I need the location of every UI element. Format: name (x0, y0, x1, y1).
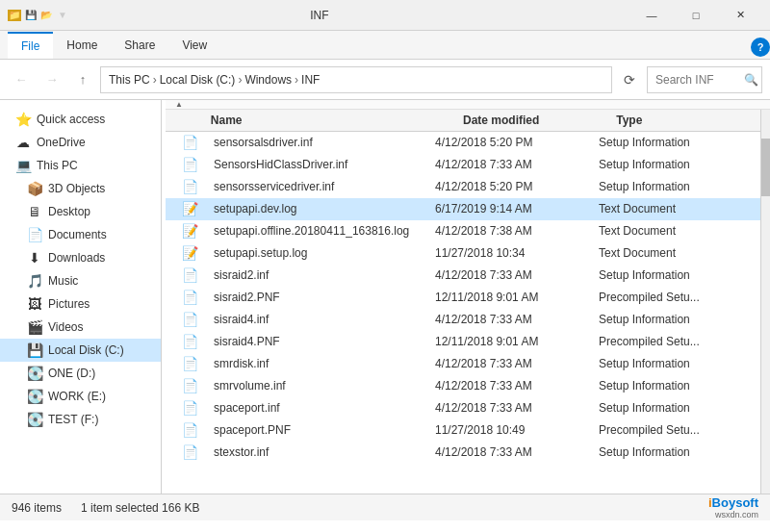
sidebar-label-desktop: Desktop (48, 205, 90, 218)
sidebar-item-one-d[interactable]: 💽 ONE (D:) (0, 362, 161, 385)
back-button[interactable]: ← (8, 66, 35, 93)
item-count: 946 items (12, 501, 62, 515)
file-name: setupapi.setup.log (214, 246, 435, 260)
minimize-button[interactable]: — (629, 0, 674, 31)
file-type: Setup Information (599, 401, 753, 415)
documents-icon: 📄 (27, 227, 42, 242)
pictures-icon: 🖼 (27, 296, 42, 312)
file-row[interactable]: 📝setupapi.setup.log11/27/2018 10:34Text … (166, 242, 760, 265)
right-scrollbar[interactable] (760, 110, 770, 494)
file-icon: 📄 (166, 135, 214, 150)
file-type: Setup Information (599, 357, 753, 370)
file-row[interactable]: 📄smrvolume.inf4/12/2018 7:33 AMSetup Inf… (166, 375, 760, 397)
title-bar: 📁 💾 📂 ▼ INF — □ ✕ (0, 0, 770, 31)
sidebar-item-pictures[interactable]: 🖼 Pictures (0, 292, 161, 316)
file-row[interactable]: 📄spaceport.PNF11/27/2018 10:49Precompile… (166, 419, 760, 442)
help-button[interactable]: ? (751, 38, 770, 57)
forward-button[interactable]: → (38, 66, 65, 93)
sidebar-item-downloads[interactable]: ⬇ Downloads (0, 246, 161, 269)
file-row[interactable]: 📄sisraid2.PNF12/11/2018 9:01 AMPrecompil… (166, 287, 760, 309)
file-date: 12/11/2018 9:01 AM (435, 335, 599, 348)
file-date: 12/11/2018 9:01 AM (435, 291, 599, 304)
this-pc-icon: 💻 (15, 158, 31, 173)
sidebar-item-music[interactable]: 🎵 Music (0, 269, 161, 292)
file-row[interactable]: 📄stexstor.inf4/12/2018 7:33 AMSetup Info… (166, 442, 760, 464)
music-icon: 🎵 (27, 273, 42, 289)
file-name: smrvolume.inf (214, 379, 435, 393)
file-name: sisraid4.PNF (214, 335, 435, 348)
sidebar-item-test-f[interactable]: 💽 TEST (F:) (0, 408, 161, 431)
address-path[interactable]: This PC › Local Disk (C:) › Windows › IN… (100, 66, 612, 93)
file-date: 4/12/2018 7:33 AM (435, 401, 599, 415)
sidebar-item-local-disk-c[interactable]: 💾 Local Disk (C:) (0, 339, 161, 362)
file-name: sisraid2.PNF (214, 291, 435, 304)
tab-home[interactable]: Home (53, 31, 111, 59)
scroll-thumb[interactable] (761, 139, 770, 196)
tab-share[interactable]: Share (111, 31, 168, 59)
sidebar-item-work-e[interactable]: 💽 WORK (E:) (0, 385, 161, 408)
desktop-icon: 🖥 (27, 204, 42, 219)
maximize-button[interactable]: □ (674, 0, 718, 31)
one-d-icon: 💽 (27, 366, 42, 381)
file-name: sisraid2.inf (214, 268, 435, 282)
file-type: Setup Information (599, 136, 753, 149)
file-row[interactable]: 📄SensorsHidClassDriver.inf4/12/2018 7:33… (166, 154, 760, 176)
file-type: Setup Information (599, 313, 753, 326)
file-icon: 📄 (166, 356, 214, 371)
tab-file[interactable]: File (8, 32, 53, 59)
file-row[interactable]: 📄smrdisk.inf4/12/2018 7:33 AMSetup Infor… (166, 353, 760, 375)
file-date: 11/27/2018 10:49 (435, 423, 599, 437)
file-icon: 📄 (166, 290, 214, 305)
file-row[interactable]: 📄sisraid2.inf4/12/2018 7:33 AMSetup Info… (166, 265, 760, 287)
breadcrumb-sep-2: › (238, 73, 242, 87)
file-row[interactable]: 📄spaceport.inf4/12/2018 7:33 AMSetup Inf… (166, 397, 760, 419)
ribbon: File Home Share View ? (0, 31, 770, 60)
downloads-icon: ⬇ (27, 250, 42, 266)
breadcrumb-thispc[interactable]: This PC (109, 73, 150, 87)
file-icon: 📝 (166, 201, 214, 216)
close-button[interactable]: ✕ (718, 0, 762, 31)
sidebar-label-local-disk-c: Local Disk (C:) (48, 343, 124, 357)
search-icon-button[interactable]: 🔍 (744, 73, 758, 87)
file-icon: 📄 (166, 378, 214, 393)
address-bar: ← → ↑ This PC › Local Disk (C:) › Window… (0, 60, 770, 100)
refresh-button[interactable]: ⟳ (616, 66, 643, 93)
file-name: spaceport.PNF (214, 423, 435, 437)
file-icon: 📄 (166, 312, 214, 327)
file-name: setupapi.offline.20180411_163816.log (214, 224, 435, 238)
up-button[interactable]: ↑ (69, 66, 96, 93)
file-row[interactable]: 📄sisraid4.PNF12/11/2018 9:01 AMPrecompil… (166, 331, 760, 353)
header-date[interactable]: Date modified (463, 114, 616, 127)
tab-view[interactable]: View (168, 31, 220, 59)
status-bar: 946 items 1 item selected 166 KB iBoysof… (0, 494, 770, 520)
file-row[interactable]: 📝setupapi.dev.log6/17/2019 9:14 AMText D… (166, 198, 760, 220)
videos-icon: 🎬 (27, 319, 42, 335)
file-type: Text Document (599, 246, 753, 260)
breadcrumb-windows[interactable]: Windows (244, 73, 292, 87)
file-date: 4/12/2018 7:33 AM (435, 158, 599, 171)
header-name[interactable]: Name (211, 114, 463, 127)
breadcrumb-localdisk[interactable]: Local Disk (C:) (160, 73, 236, 87)
sidebar-item-desktop[interactable]: 🖥 Desktop (0, 200, 161, 223)
file-row[interactable]: 📄sensorsalsdriver.inf4/12/2018 5:20 PMSe… (166, 132, 760, 154)
sidebar-item-documents[interactable]: 📄 Documents (0, 223, 161, 246)
sidebar-item-3d-objects[interactable]: 📦 3D Objects (0, 177, 161, 200)
file-row[interactable]: 📄sensorsservicedriver.inf4/12/2018 5:20 … (166, 176, 760, 198)
file-date: 6/17/2019 9:14 AM (435, 202, 599, 215)
header-type[interactable]: Type (616, 114, 760, 127)
sidebar-item-quick-access[interactable]: ⭐ Quick access (0, 108, 161, 131)
file-icon: 📄 (166, 267, 214, 283)
file-row[interactable]: 📄sisraid4.inf4/12/2018 7:33 AMSetup Info… (166, 309, 760, 331)
sidebar-item-videos[interactable]: 🎬 Videos (0, 316, 161, 339)
file-row[interactable]: 📝setupapi.offline.20180411_163816.log4/1… (166, 220, 760, 242)
file-icon: 📄 (166, 334, 214, 349)
file-name: SensorsHidClassDriver.inf (214, 158, 435, 171)
file-type: Setup Information (599, 379, 753, 393)
sidebar-item-this-pc[interactable]: 💻 This PC (0, 154, 161, 177)
sidebar-item-onedrive[interactable]: ☁ OneDrive (0, 131, 161, 154)
sidebar-label-pictures: Pictures (48, 297, 90, 311)
file-icon: 📄 (166, 157, 214, 172)
file-name: setupapi.dev.log (214, 202, 435, 215)
file-date: 11/27/2018 10:34 (435, 246, 599, 260)
breadcrumb-inf[interactable]: INF (301, 73, 320, 87)
